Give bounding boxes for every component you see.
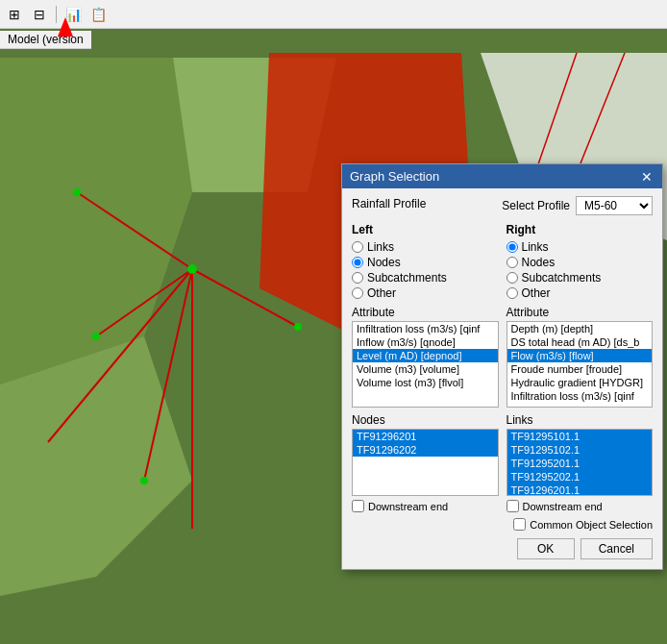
right-links-listbox[interactable]: TF91295101.1 TF91295102.1 TF91295201.1 T… — [506, 429, 654, 496]
left-radio-nodes[interactable]: Nodes — [352, 256, 499, 269]
button-row: OK Cancel — [352, 538, 653, 559]
bottom-area: Common Object Selection OK Cancel — [352, 518, 653, 559]
common-object-row: Common Object Selection — [352, 518, 653, 531]
toolbar-separator — [56, 6, 57, 23]
right-links-label: Links — [506, 413, 654, 427]
right-radio-links[interactable]: Links — [506, 240, 654, 254]
ok-button[interactable]: OK — [517, 538, 575, 559]
right-radio-subcatchments[interactable]: Subcatchments — [506, 271, 654, 285]
svg-point-11 — [187, 264, 197, 274]
dialog-close-button[interactable]: ✕ — [639, 170, 655, 184]
rainfall-profile-row: Select Profile M5-60 M5-30 M5-120 — [502, 196, 653, 215]
left-attribute-label: Attribute — [352, 306, 499, 319]
dialog-titlebar: Graph Selection ✕ — [342, 164, 662, 188]
left-attr-item-2[interactable]: Inflow (m3/s) [qnode] — [353, 335, 498, 349]
toolbar-icon-2[interactable]: ⊟ — [29, 4, 50, 25]
left-radio-group: Links Nodes Subcatchments Other — [352, 240, 499, 300]
profile-select[interactable]: M5-60 M5-30 M5-120 — [576, 196, 653, 215]
two-column-layout: Left Links Nodes Subcatchments — [352, 223, 653, 512]
right-link-item-4[interactable]: TF91295202.1 — [507, 470, 653, 483]
right-radio-nodes[interactable]: Nodes — [506, 256, 654, 269]
right-attr-item-6[interactable]: Infiltration loss (m3/s) [qinf — [507, 389, 653, 403]
right-downstream-label: Downstream end — [523, 501, 603, 512]
toolbar-icon-4[interactable]: 📋 — [87, 4, 109, 25]
toolbar: ⊞ ⊟ 📊 📋 — [0, 0, 667, 29]
common-object-checkbox[interactable] — [513, 518, 526, 531]
common-object-label: Common Object Selection — [530, 519, 653, 531]
left-nodes-listbox[interactable]: TF91296201 TF91296202 — [352, 429, 499, 496]
left-node-item-2[interactable]: TF91296202 — [353, 443, 498, 457]
right-attribute-label: Attribute — [506, 306, 654, 319]
left-radio-subcatchments[interactable]: Subcatchments — [352, 271, 499, 285]
model-title: Model (version — [0, 31, 91, 49]
left-downstream-checkbox[interactable] — [352, 500, 364, 512]
dialog-body: Rainfall Profile Select Profile M5-60 M5… — [342, 188, 662, 569]
toolbar-icon-1[interactable]: ⊞ — [4, 4, 25, 25]
right-attr-item-2[interactable]: DS total head (m AD) [ds_b — [507, 335, 653, 349]
right-link-item-5[interactable]: TF91296201.1 — [507, 483, 653, 496]
right-attr-item-1[interactable]: Depth (m) [depth] — [507, 322, 653, 335]
right-link-item-1[interactable]: TF91295101.1 — [507, 430, 653, 443]
right-radio-other[interactable]: Other — [506, 286, 654, 300]
graph-selection-dialog: Graph Selection ✕ Rainfall Profile Selec… — [341, 163, 663, 570]
left-downstream-row: Downstream end — [352, 500, 499, 512]
svg-point-13 — [92, 333, 100, 340]
left-column: Left Links Nodes Subcatchments — [352, 223, 499, 512]
right-link-item-2[interactable]: TF91295102.1 — [507, 443, 653, 457]
right-column: Right Links Nodes Subcatchments — [506, 223, 654, 512]
left-downstream-label: Downstream end — [368, 501, 448, 512]
rainfall-profile-label: Rainfall Profile — [352, 197, 426, 211]
left-label: Left — [352, 223, 499, 236]
left-attr-item-5[interactable]: Volume lost (m3) [flvol] — [353, 376, 498, 389]
dialog-title: Graph Selection — [350, 169, 439, 184]
svg-point-14 — [140, 477, 148, 484]
right-downstream-checkbox[interactable] — [506, 500, 519, 512]
svg-point-15 — [294, 323, 302, 331]
right-attr-item-3[interactable]: Flow (m3/s) [flow] — [507, 349, 653, 362]
left-attr-item-1[interactable]: Infiltration loss (m3/s) [qinf — [353, 322, 498, 335]
right-downstream-row: Downstream end — [506, 500, 654, 512]
svg-point-12 — [73, 188, 81, 196]
left-radio-links[interactable]: Links — [352, 240, 499, 254]
cancel-button[interactable]: Cancel — [581, 538, 653, 559]
left-nodes-label: Nodes — [352, 413, 499, 427]
left-node-item-1[interactable]: TF91296201 — [353, 430, 498, 443]
right-attr-item-5[interactable]: Hydraulic gradient [HYDGR] — [507, 376, 653, 389]
arrow-annotation — [58, 17, 73, 37]
left-attr-item-3[interactable]: Level (m AD) [depnod] — [353, 349, 498, 362]
right-link-item-3[interactable]: TF91295201.1 — [507, 457, 653, 470]
arrow-up-icon — [58, 17, 73, 37]
right-radio-group: Links Nodes Subcatchments Other — [506, 240, 654, 300]
left-radio-other[interactable]: Other — [352, 286, 499, 300]
select-profile-label: Select Profile — [502, 199, 570, 212]
left-attribute-listbox[interactable]: Infiltration loss (m3/s) [qinf Inflow (m… — [352, 321, 499, 408]
left-attr-item-4[interactable]: Volume (m3) [volume] — [353, 362, 498, 376]
right-label: Right — [506, 223, 654, 236]
right-attribute-listbox[interactable]: Depth (m) [depth] DS total head (m AD) [… — [506, 321, 654, 408]
right-attr-item-4[interactable]: Froude number [froude] — [507, 362, 653, 376]
